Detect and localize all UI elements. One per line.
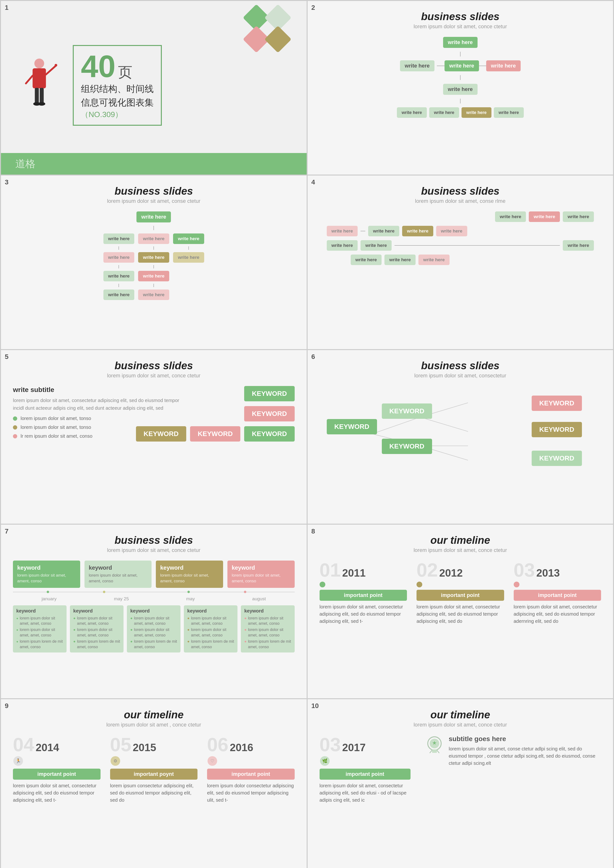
chart-row3: write here: [443, 84, 478, 95]
chart-row1: write here: [443, 37, 478, 48]
s7-card-label-1: keyword: [89, 564, 112, 571]
tl8-col-0: 01 2011 important point lorem ipsum dolo…: [319, 561, 407, 625]
tl8-year-row-1: 02 2012: [417, 561, 504, 580]
tl9-prefix-0: 04: [13, 735, 34, 754]
lorem-text1: lorem ipsum dolor sit amet, consectetur …: [13, 396, 185, 412]
kw6-0: KEYWORD: [327, 419, 377, 434]
cover-title-line1: 组织结构、时间线: [81, 82, 154, 96]
slide10-header: our timeline lorem ipsum dolor sit amet,…: [319, 709, 601, 728]
tl8-year-1: 2012: [439, 567, 463, 579]
s3-right-branch: write here write here: [173, 233, 204, 263]
svg-rect-3: [40, 88, 44, 104]
slide10-title: our timeline: [319, 709, 601, 721]
node-mid-center: write here: [445, 61, 479, 71]
slide10-left: 03 2017 🌿 important point lorem ipsum do…: [319, 735, 411, 804]
s3-cv5: [154, 246, 154, 250]
s7-bc-item-4-0: ●lorem ipsum dolor sit amet, amet, conso: [244, 616, 291, 626]
svg-line-9: [372, 417, 420, 434]
s7-card-1: keyword lorem ipsum dolor sit amet, amen…: [84, 561, 152, 588]
s3-node-6: write here: [138, 252, 169, 263]
slide-grid: 1: [0, 0, 614, 868]
tl8-dot-1: [417, 582, 422, 587]
tl9-text-1: lorem ipsum consectetur adipiscing elit,…: [110, 782, 198, 804]
s7-bc-0: keyword ●lorem ipsum dolor sit amet, ame…: [13, 605, 67, 652]
s3-center-branch: write here write here write here write h…: [138, 233, 169, 300]
bullet-icon: ●: [244, 616, 247, 621]
s7-bc-item-2-0: ●lorem ipsum dolor sit amet, amet, conso: [130, 616, 177, 626]
watermark-text: 道格: [16, 157, 36, 171]
s3-node-1: write here: [104, 233, 135, 244]
s4-n4: write here: [368, 226, 399, 236]
s4-row1: write here write here write here: [327, 211, 594, 222]
person-icon: [20, 57, 58, 119]
slide7-title: business slides: [13, 534, 295, 546]
s4-n8: write here: [361, 240, 392, 251]
connector-v1: [460, 52, 460, 56]
month-labels: january may 25 may august: [13, 596, 295, 601]
s3-node-3: write here: [104, 271, 135, 281]
kw6-5: KEYWORD: [532, 451, 582, 466]
slide3-sub: lorem ipsum dolor sit amet, conse ctetur: [13, 198, 295, 204]
kw5-0: KEYWORD: [244, 386, 295, 401]
slide7-bottom-cards: keyword ●lorem ipsum dolor sit amet, ame…: [13, 605, 295, 652]
s7-bc-label-2: keyword: [130, 608, 177, 614]
s7-card-text-1: lorem ipsum dolor sit amet, ament, conso: [89, 573, 147, 584]
s3-cv8: [188, 246, 189, 250]
bullet-icon: ●: [16, 639, 18, 644]
s7-bc-item-0-2: ●lorem ipsum lorem de mit amet, conso: [16, 639, 63, 650]
s7-card-3: keyword lorem ipsum dolor sit amet, amen…: [227, 561, 295, 588]
kw5-2: KEYWORD: [136, 426, 186, 441]
s7-bc-item-3-2: ●lorem ipsum lorem de mit amet, conso: [187, 639, 234, 650]
node-top: write here: [443, 37, 478, 48]
kw6-3: KEYWORD: [532, 422, 582, 437]
s3-cv6: [154, 265, 154, 269]
slide-number-10: 10: [312, 702, 319, 710]
s4-n12: write here: [419, 255, 450, 265]
svg-point-5: [54, 64, 57, 66]
slide-9: 9 our timeline lorem ipsum dolor sit ame…: [1, 699, 307, 868]
bullet-dot-2: [13, 425, 17, 430]
tl8-col-2: 03 2013 important point lorem ipsum dolo…: [514, 561, 601, 625]
slide-3: 3 business slides lorem ipsum dolor sit …: [1, 175, 307, 349]
svg-point-8: [38, 102, 45, 106]
cover-subtitle: （NO.309）: [81, 109, 154, 120]
s4-row2: write here write here write here write h…: [327, 226, 594, 236]
s3-node-9: write here: [173, 233, 204, 244]
s4-n11: write here: [385, 255, 416, 265]
slide4-sub: lorem ipsum dolor sit amet, conse rlme: [319, 198, 601, 204]
s7-bc-item-3-0: ●lorem ipsum dolor sit amet, amet, conso: [187, 616, 234, 626]
node-bot2: write here: [429, 107, 459, 118]
tl8-col-1: 02 2012 important point lorem ipsum dolo…: [417, 561, 504, 625]
tl9-year-row-2: 06 2016: [207, 735, 295, 754]
tl8-year-2: 2013: [536, 567, 560, 579]
s7-card-text-2: lorem ipsum dolor sit amet, ament, conso: [160, 573, 219, 584]
bullet-icon: ●: [244, 627, 247, 632]
right-subtitle: subtitle goes here: [449, 735, 601, 743]
tl-dot-2: [103, 591, 105, 593]
s4-n1: write here: [529, 211, 560, 222]
svg-line-4: [46, 65, 56, 75]
s3-node-8: write here: [138, 289, 169, 300]
bullet-icon: ●: [187, 639, 189, 644]
kw6-2: KEYWORD: [532, 396, 582, 411]
slide-number-4: 4: [312, 179, 315, 186]
s4-n9: write here: [563, 240, 594, 251]
node-bot3: write here: [462, 107, 492, 118]
s3-node-5: write here: [138, 233, 169, 244]
svg-line-6: [26, 75, 33, 83]
slide-10: 10 our timeline lorem ipsum dolor sit am…: [308, 699, 613, 868]
bullet-dot-1: [13, 416, 17, 421]
bullet-icon: ●: [73, 616, 76, 621]
s7-bc-label-0: keyword: [16, 608, 63, 614]
tl9-label-2: important point: [207, 769, 295, 779]
s7-bc-3: keyword ●lorem ipsum dolor sit amet, ame…: [184, 605, 237, 652]
s3-row2: write here write here write here write h…: [104, 233, 204, 300]
s4-row3: write here write here write here: [327, 240, 594, 251]
tl8-label-2: important point: [514, 590, 601, 601]
bullet-1: lorem ipsum dolor sit amet, tonso: [13, 416, 185, 421]
slide5-title: business slides: [13, 360, 295, 372]
bullet-icon: ●: [16, 627, 18, 632]
s3-node-7: write here: [138, 271, 169, 281]
slide7-top-cards: keyword lorem ipsum dolor sit amet, amen…: [13, 561, 295, 588]
tl9-year-row-1: 05 2015: [110, 735, 198, 754]
